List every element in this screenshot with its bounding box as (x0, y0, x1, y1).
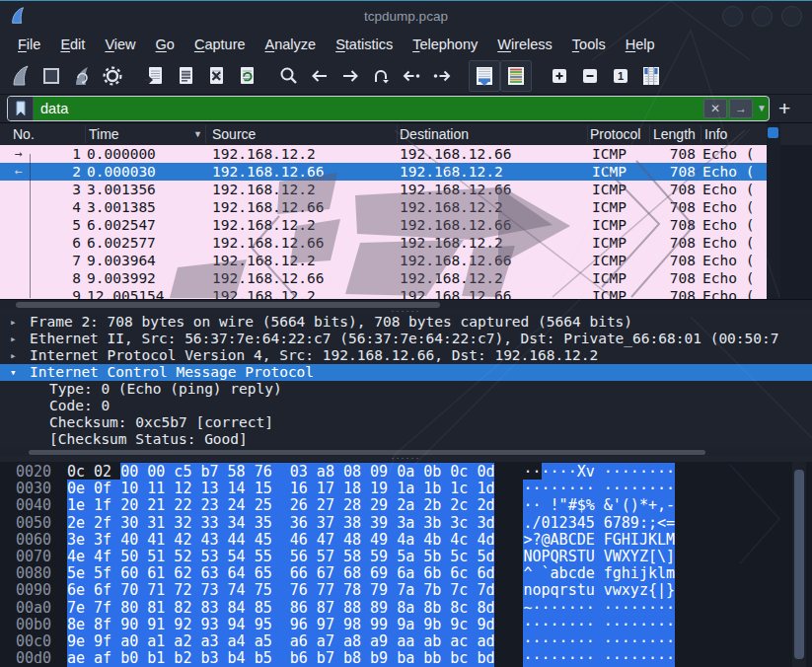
hex-row-00c0[interactable]: 00c09e 9f a0 a1 a2 a3 a4 a5 a6 a7 a8 a9 … (0, 633, 812, 650)
expander-open-icon[interactable]: ▾ (10, 364, 17, 381)
menu-item-capture[interactable]: Capture (185, 34, 256, 55)
menu-item-go[interactable]: Go (146, 34, 185, 55)
display-filter-input[interactable] (34, 97, 703, 120)
menu-item-file[interactable]: File (8, 34, 50, 55)
ascii-highlighted[interactable]: ^_`abcde fghijklm (523, 564, 675, 582)
toolbar-go-back-button[interactable] (304, 61, 334, 91)
filter-bookmark-button[interactable] (8, 97, 34, 120)
column-separator[interactable] (397, 125, 398, 143)
ascii-highlighted[interactable]: NOPQRSTU VWXYZ[\] (523, 548, 675, 565)
minimize-button[interactable] (722, 6, 743, 27)
filter-apply-button[interactable]: → (729, 99, 753, 118)
column-header-time[interactable]: Time (89, 126, 119, 142)
detail-line-5[interactable]: Code: 0 (0, 398, 812, 414)
toolbar-close-file-button[interactable] (200, 61, 231, 91)
menu-item-analyze[interactable]: Analyze (256, 34, 327, 55)
scrollbar-thumb[interactable] (29, 450, 705, 455)
expander-closed-icon[interactable]: ▸ (10, 331, 17, 347)
ascii-highlighted[interactable]: ········ ········ (523, 649, 675, 667)
close-button[interactable] (781, 6, 802, 27)
menu-item-statistics[interactable]: Statistics (326, 34, 403, 55)
filter-dropdown-button[interactable]: ▼ (755, 97, 769, 120)
ascii-highlighted[interactable]: ~······· ········ (523, 599, 675, 617)
menu-item-tools[interactable]: Tools (562, 34, 616, 55)
detail-line-3[interactable]: ▾Internet Control Message Protocol (0, 364, 812, 381)
ascii-plain[interactable]: ·· (523, 463, 541, 481)
toolbar-previous-packet-button[interactable] (396, 61, 426, 91)
menu-item-telephony[interactable]: Telephony (403, 34, 487, 55)
hex-bytes-plain[interactable]: 0c 02 (67, 463, 120, 481)
toolbar-colorize-button[interactable] (500, 60, 532, 92)
column-separator[interactable] (587, 125, 588, 143)
hex-bytes-highlighted[interactable]: 2e 2f 30 31 32 33 34 35 36 37 38 39 3a 3… (67, 514, 494, 532)
hex-row-0060[interactable]: 00603e 3f 40 41 42 43 44 45 46 47 48 49 … (0, 532, 812, 549)
hex-row-0030[interactable]: 00300e 0f 10 11 12 13 14 15 16 17 18 19 … (0, 481, 812, 497)
expander-closed-icon[interactable]: ▸ (10, 347, 17, 364)
hex-row-0080[interactable]: 00805e 5f 60 61 62 63 64 65 66 67 68 69 … (0, 565, 812, 582)
packet-row-4[interactable]: 43.001385192.168.12.66192.168.12.2ICMP70… (0, 198, 767, 216)
filter-clear-button[interactable]: ✕ (703, 99, 727, 118)
ascii-highlighted[interactable]: nopqrstu vwxyz{|} (523, 581, 675, 599)
packet-row-2[interactable]: ←20.000030192.168.12.66192.168.12.2ICMP7… (0, 163, 767, 181)
toolbar-next-packet-button[interactable] (426, 61, 457, 91)
column-header-no[interactable]: No. (13, 126, 35, 142)
detail-line-4[interactable]: Type: 0 (Echo (ping) reply) (0, 381, 812, 398)
toolbar-save-file-button[interactable] (170, 61, 200, 91)
toolbar-find-packet-button[interactable] (273, 61, 304, 91)
toolbar-zoom-in-button[interactable] (544, 61, 574, 91)
scrollbar-thumb[interactable] (794, 470, 804, 659)
column-separator[interactable] (701, 125, 701, 143)
toolbar-resize-columns-button[interactable] (635, 61, 666, 91)
toolbar-stop-capture-button[interactable] (36, 61, 66, 91)
detail-line-1[interactable]: ▸Ethernet II, Src: 56:37:7e:64:22:c7 (56… (0, 331, 812, 347)
hex-row-00d0[interactable]: 00d0ae af b0 b1 b2 b3 b4 b5 b6 b7 b8 b9 … (0, 650, 812, 667)
filter-add-button[interactable]: + (778, 98, 790, 118)
hex-row-00a0[interactable]: 00a07e 7f 80 81 82 83 84 85 86 87 88 89 … (0, 600, 812, 617)
toolbar-capture-options-button[interactable] (97, 61, 127, 91)
packet-row-8[interactable]: 89.003992192.168.12.66192.168.12.2ICMP70… (0, 269, 767, 287)
hex-bytes-highlighted[interactable]: ae af b0 b1 b2 b3 b4 b5 b6 b7 b8 b9 ba b… (67, 649, 494, 667)
hex-bytes-highlighted[interactable]: 1e 1f 20 21 22 23 24 25 26 27 28 29 2a 2… (67, 496, 494, 514)
menu-item-wireless[interactable]: Wireless (487, 34, 562, 55)
column-separator[interactable] (649, 125, 650, 143)
packet-row-6[interactable]: 66.002577192.168.12.66192.168.12.2ICMP70… (0, 234, 767, 252)
toolbar-go-forward-button[interactable] (334, 61, 365, 91)
hex-bytes-highlighted[interactable]: 4e 4f 50 51 52 53 54 55 56 57 58 59 5a 5… (67, 548, 494, 565)
toolbar-open-file-button[interactable] (139, 61, 170, 91)
ascii-highlighted[interactable]: ·· !"#$% &'()*+,- (523, 496, 675, 514)
hex-row-0090[interactable]: 00906e 6f 70 71 72 73 74 75 76 77 78 79 … (0, 582, 812, 599)
hex-bytes-highlighted[interactable]: 9e 9f a0 a1 a2 a3 a4 a5 a6 a7 a8 a9 aa a… (67, 632, 494, 650)
toolbar-reload-file-button[interactable] (231, 61, 261, 91)
packet-row-1[interactable]: →10.000000192.168.12.2192.168.12.66ICMP7… (0, 145, 767, 163)
packet-row-9[interactable]: 912.005154192.168.12.2192.168.12.66ICMP7… (0, 287, 767, 299)
column-header-info[interactable]: Info (704, 126, 727, 142)
ascii-highlighted[interactable]: >?@ABCDE FGHIJKLM (523, 531, 675, 549)
ascii-highlighted[interactable]: ········ ········ (523, 632, 675, 650)
hex-row-0070[interactable]: 00704e 4f 50 51 52 53 54 55 56 57 58 59 … (0, 549, 812, 565)
scrollbar-thumb[interactable] (768, 127, 778, 138)
scrollbar-thumb[interactable] (16, 302, 440, 308)
toolbar-go-to-packet-button[interactable] (365, 61, 396, 91)
column-header-destination[interactable]: Destination (400, 126, 469, 142)
column-header-length[interactable]: Length (653, 126, 696, 142)
hex-bytes-highlighted[interactable]: 3e 3f 40 41 42 43 44 45 46 47 48 49 4a 4… (67, 531, 494, 549)
hex-row-0050[interactable]: 00502e 2f 30 31 32 33 34 35 36 37 38 39 … (0, 515, 812, 532)
toolbar-restart-capture-button[interactable] (66, 61, 97, 91)
maximize-button[interactable] (752, 6, 773, 27)
toolbar-start-capture-button[interactable] (5, 61, 36, 91)
hex-bytes-highlighted[interactable]: 5e 5f 60 61 62 63 64 65 66 67 68 69 6a 6… (67, 564, 494, 582)
hex-row-0020[interactable]: 00200c 02 00 00 c5 b7 58 76 03 a8 08 09 … (0, 464, 812, 481)
packet-row-5[interactable]: 56.002547192.168.12.2192.168.12.66ICMP70… (0, 216, 767, 234)
hex-row-0040[interactable]: 00401e 1f 20 21 22 23 24 25 26 27 28 29 … (0, 497, 812, 514)
ascii-highlighted[interactable]: ····Xv ········ (542, 463, 675, 481)
column-header-protocol[interactable]: Protocol (590, 126, 640, 142)
column-separator[interactable] (205, 125, 206, 143)
toolbar-zoom-out-button[interactable] (574, 61, 605, 91)
packet-list-vertical-scrollbar[interactable] (767, 123, 780, 309)
hex-bytes-highlighted[interactable]: 0e 0f 10 11 12 13 14 15 16 17 18 19 1a 1… (67, 480, 494, 497)
detail-line-2[interactable]: ▸Internet Protocol Version 4, Src: 192.1… (0, 347, 812, 364)
menu-item-edit[interactable]: Edit (50, 34, 95, 55)
hex-bytes-highlighted[interactable]: 8e 8f 90 91 92 93 94 95 96 97 98 99 9a 9… (67, 616, 494, 633)
hex-bytes-highlighted[interactable]: 7e 7f 80 81 82 83 84 85 86 87 88 89 8a 8… (67, 599, 494, 617)
column-separator[interactable] (85, 125, 86, 143)
